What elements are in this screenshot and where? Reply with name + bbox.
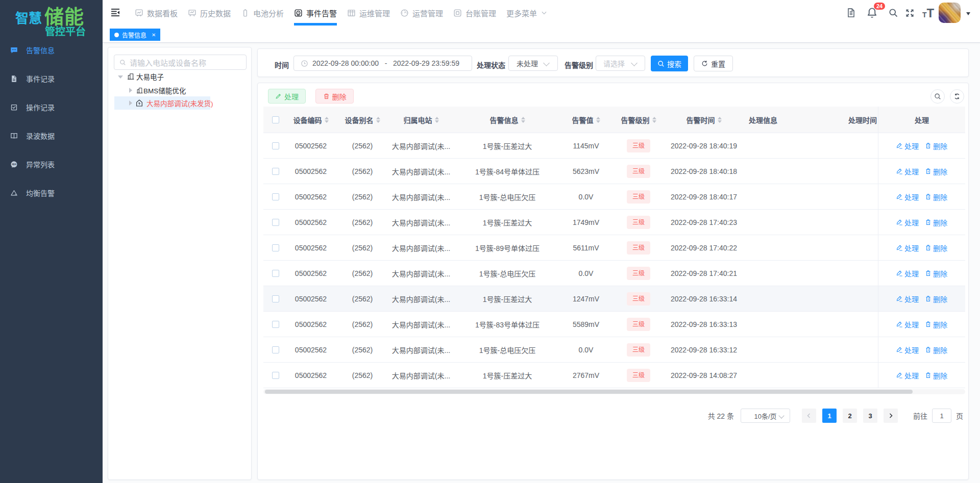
svg-text:404: 404: [12, 163, 16, 166]
